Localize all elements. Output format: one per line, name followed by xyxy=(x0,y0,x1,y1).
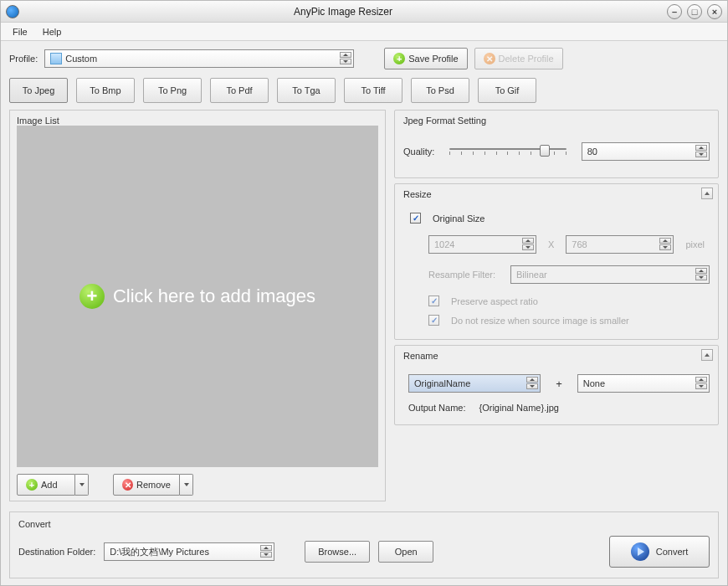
add-plus-icon: + xyxy=(79,284,105,309)
remove-button-group: ✕ Remove xyxy=(113,474,193,496)
titlebar: AnyPic Image Resizer – □ × xyxy=(1,1,727,23)
rename-title: Rename xyxy=(403,351,710,361)
add-dropdown-arrow[interactable] xyxy=(75,474,89,496)
delete-icon: ✕ xyxy=(484,53,495,64)
quality-label: Quality: xyxy=(403,146,434,157)
open-button[interactable]: Open xyxy=(378,541,433,563)
tab-bmp[interactable]: To Bmp xyxy=(76,78,135,103)
add-button[interactable]: + Add xyxy=(17,474,75,496)
image-drop-area[interactable]: + Click here to add images xyxy=(17,126,378,467)
jpeg-title: Jpeg Format Setting xyxy=(403,116,710,126)
rename-collapse-icon[interactable] xyxy=(701,349,713,361)
width-input: 1024 xyxy=(428,235,536,254)
quality-slider[interactable] xyxy=(449,148,566,150)
play-icon xyxy=(631,542,649,561)
menu-file[interactable]: File xyxy=(6,25,34,39)
tab-jpeg[interactable]: To Jpeg xyxy=(9,78,68,103)
delete-profile-button: ✕ Delete Profile xyxy=(474,48,563,69)
image-list-panel: Image List + Click here to add images + … xyxy=(9,110,386,501)
convert-title: Convert xyxy=(18,519,710,529)
rename-plus: + xyxy=(556,378,562,390)
resize-title: Resize xyxy=(403,189,710,199)
nosmaller-checkbox xyxy=(428,315,439,326)
remove-button[interactable]: ✕ Remove xyxy=(113,474,180,496)
profile-label: Profile: xyxy=(9,54,38,64)
resize-collapse-icon[interactable] xyxy=(701,188,713,199)
tab-png[interactable]: To Png xyxy=(143,78,202,103)
save-profile-button[interactable]: + Save Profile xyxy=(384,48,467,69)
output-name-label: Output Name: xyxy=(408,403,465,413)
remove-dropdown-arrow[interactable] xyxy=(180,474,193,496)
menubar: File Help xyxy=(1,23,727,41)
output-name-value: {Original Name}.jpg xyxy=(479,403,558,413)
filter-select: Bilinear xyxy=(510,265,710,284)
format-tabs: To Jpeg To Bmp To Png To Pdf To Tga To T… xyxy=(9,78,719,103)
rename-right-select[interactable]: None xyxy=(577,374,710,393)
filter-label: Resample Filter: xyxy=(428,270,504,280)
dest-select[interactable]: D:\我的文档\My Pictures xyxy=(104,542,274,561)
dest-label: Destination Folder: xyxy=(18,547,95,557)
menu-help[interactable]: Help xyxy=(36,25,69,39)
aspect-checkbox xyxy=(428,296,439,306)
jpeg-panel: Jpeg Format Setting Quality: 80 xyxy=(394,110,719,178)
tab-pdf[interactable]: To Pdf xyxy=(210,78,269,103)
tab-gif[interactable]: To Gif xyxy=(478,78,536,103)
add-button-group: + Add xyxy=(17,474,89,496)
minimize-button[interactable]: – xyxy=(667,4,682,19)
rename-left-select[interactable]: OriginalName xyxy=(408,374,541,393)
profile-select[interactable]: Custom xyxy=(44,49,354,68)
original-size-label: Original Size xyxy=(433,213,484,224)
image-list-title: Image List xyxy=(17,116,378,126)
pixel-label: pixel xyxy=(685,239,705,249)
drop-text: Click here to add images xyxy=(113,285,315,307)
browse-button[interactable]: Browse... xyxy=(305,541,370,563)
nosmaller-label: Do not resize when source image is small… xyxy=(451,316,629,326)
convert-panel: Convert Destination Folder: D:\我的文档\My P… xyxy=(9,511,719,578)
tab-tiff[interactable]: To Tiff xyxy=(344,78,402,103)
resize-panel: Resize Original Size 1024 X 768 xyxy=(394,183,719,340)
tab-psd[interactable]: To Psd xyxy=(411,78,469,103)
plus-icon: + xyxy=(26,479,38,491)
profile-row: Profile: Custom + Save Profile ✕ Delete … xyxy=(9,48,719,69)
app-window: AnyPic Image Resizer – □ × File Help Pro… xyxy=(0,0,728,586)
window-title: AnyPic Image Resizer xyxy=(24,6,662,18)
document-icon xyxy=(50,53,62,64)
x-label: X xyxy=(548,239,554,249)
close-button[interactable]: × xyxy=(707,4,722,19)
maximize-button[interactable]: □ xyxy=(687,4,702,19)
height-input: 768 xyxy=(566,235,674,254)
original-size-checkbox[interactable] xyxy=(410,213,421,224)
profile-value: Custom xyxy=(65,54,97,64)
rename-panel: Rename OriginalName + None xyxy=(394,345,719,425)
plus-icon: + xyxy=(393,53,405,64)
remove-icon: ✕ xyxy=(122,479,133,491)
quality-input[interactable]: 80 xyxy=(582,142,710,161)
convert-button[interactable]: Convert xyxy=(609,536,710,568)
app-icon xyxy=(6,5,19,18)
aspect-label: Preserve aspect ratio xyxy=(451,296,538,306)
tab-tga[interactable]: To Tga xyxy=(277,78,336,103)
